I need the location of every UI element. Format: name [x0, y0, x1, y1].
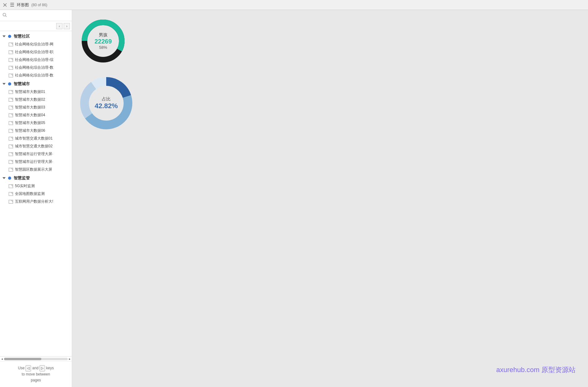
search-bar — [0, 10, 72, 21]
page-icon — [9, 90, 13, 94]
list-item[interactable]: 智慧城市大数据04 — [0, 111, 72, 119]
page-icon — [9, 58, 13, 62]
page-title: 环形图 — [17, 2, 29, 8]
sidebar-tree: 智慧社区 社会网格化综合治理-网 社会网格化综合治理-职 社会网格化综合治理-综… — [0, 31, 72, 356]
page-icon — [9, 184, 13, 188]
donut-chart-1: 男孩 22269 58% — [78, 16, 128, 66]
page-icon — [9, 121, 13, 125]
list-item[interactable]: 社会网格化综合治理-网 — [0, 40, 72, 48]
page-icon — [9, 192, 13, 196]
list-item[interactable]: 5G实时监测 — [0, 182, 72, 190]
svg-line-3 — [6, 16, 7, 17]
footer-text: Use ◁ and ▷ keys to move between pages — [18, 366, 54, 382]
group-header-community[interactable]: 智慧社区 — [0, 32, 72, 40]
item-label: 智慧城市大数据03 — [15, 105, 45, 110]
list-item[interactable]: 城市智慧交通大数据02 — [0, 142, 72, 150]
item-label: 社会网格化综合治理-数 — [15, 73, 53, 78]
list-item[interactable]: 智慧园区数据展示大屏 — [0, 166, 72, 173]
item-label: 智慧城市运行管理大屏· — [15, 151, 53, 157]
page-icon — [9, 152, 13, 156]
main-area: ‹ › 智慧社区 社会网格化综合治理-网 社会网格化综合治理-职 — [0, 10, 588, 387]
list-item[interactable]: 智慧城市运行管理大屏· — [0, 150, 72, 158]
donut-chart-2: 占比 42.82% — [78, 75, 134, 131]
page-icon — [9, 43, 13, 46]
close-icon[interactable] — [2, 2, 7, 7]
search-icon — [2, 13, 7, 18]
list-item[interactable]: 社会网格化综合治理-数 — [0, 64, 72, 71]
item-label: 智慧城市大数据06 — [15, 128, 45, 133]
scroll-left-icon[interactable]: ◂ — [1, 357, 3, 361]
list-item[interactable]: 互联网用户数据分析大! — [0, 198, 72, 205]
page-icon — [9, 137, 13, 141]
page-icon — [9, 168, 13, 172]
page-icon — [9, 145, 13, 148]
list-item[interactable]: 智慧城市大数据01 — [0, 88, 72, 96]
search-input[interactable] — [9, 13, 69, 18]
list-item[interactable]: 社会网格化综合治理-数 — [0, 71, 72, 79]
group-header-city[interactable]: 智慧城市 — [0, 80, 72, 88]
page-icon — [9, 113, 13, 117]
group-label-community: 智慧社区 — [14, 34, 30, 39]
list-item[interactable]: 社会网格化综合治理-职 — [0, 48, 72, 56]
page-icon — [9, 200, 13, 204]
item-label: 社会网格化综合治理-综 — [15, 57, 53, 62]
item-label: 互联网用户数据分析大! — [15, 199, 53, 204]
key-right: ▷ — [39, 365, 45, 371]
nav-prev-button[interactable]: ‹ — [56, 23, 62, 29]
svg-point-10 — [89, 86, 123, 120]
sidebar-nav-buttons: ‹ › — [0, 21, 72, 31]
page-icon — [9, 160, 13, 164]
group-header-monitor[interactable]: 智慧监管 — [0, 174, 72, 182]
item-label: 智慧城市大数据01 — [15, 89, 45, 94]
item-label: 全国地图数据监测 — [15, 191, 45, 196]
group-dot-city — [8, 82, 11, 85]
svg-point-2 — [3, 13, 6, 16]
item-label: 智慧城市大数据04 — [15, 113, 45, 118]
item-label: 5G实时监测 — [15, 183, 35, 189]
tree-group-monitor: 智慧监管 5G实时监测 全国地图数据监测 互联网用户数据分析大! — [0, 174, 72, 205]
sidebar-footer: Use ◁ and ▷ keys to move between pages — [0, 361, 72, 387]
item-label: 社会网格化综合治理-数 — [15, 65, 53, 70]
chart-container: 男孩 22269 58% — [78, 16, 134, 131]
list-item[interactable]: 智慧城市大数据03 — [0, 104, 72, 111]
scroll-track[interactable] — [4, 358, 68, 360]
key-left: ◁ — [25, 365, 31, 371]
scroll-right-icon[interactable]: ▸ — [69, 357, 71, 361]
list-item[interactable]: 社会网格化综合治理-综 — [0, 56, 72, 64]
group-dot-monitor — [8, 177, 11, 180]
list-item[interactable]: 智慧城市运行管理大屏· — [0, 158, 72, 166]
item-label: 智慧城市大数据02 — [15, 97, 45, 102]
item-label: 社会网格化综合治理-网 — [15, 42, 53, 47]
sidebar: ‹ › 智慧社区 社会网格化综合治理-网 社会网格化综合治理-职 — [0, 10, 72, 387]
item-label: 智慧城市大数据05 — [15, 120, 45, 126]
expand-icon-monitor — [2, 177, 6, 179]
page-icon — [9, 74, 13, 77]
item-label: 社会网格化综合治理-职 — [15, 49, 53, 55]
expand-icon-city — [2, 83, 6, 85]
list-item[interactable]: 城市智慧交通大数据01 — [0, 135, 72, 142]
page-icon — [9, 50, 13, 54]
nav-next-button[interactable]: › — [64, 23, 70, 29]
list-item[interactable]: 智慧城市大数据05 — [0, 119, 72, 127]
item-label: 智慧园区数据展示大屏 — [15, 167, 52, 172]
list-item[interactable]: 全国地图数据监测 — [0, 190, 72, 198]
item-label: 智慧城市运行管理大屏· — [15, 159, 53, 164]
group-label-monitor: 智慧监管 — [14, 175, 30, 181]
tree-group-community: 智慧社区 社会网格化综合治理-网 社会网格化综合治理-职 社会网格化综合治理-综… — [0, 32, 72, 79]
page-icon — [9, 129, 13, 133]
item-label: 城市智慧交通大数据02 — [15, 144, 52, 149]
canvas-area: 男孩 22269 58% — [72, 10, 588, 387]
page-count: (80 of 86) — [31, 3, 47, 7]
tree-group-city: 智慧城市 智慧城市大数据01 智慧城市大数据02 智慧城市大数据03 智慧城市大… — [0, 80, 72, 173]
horizontal-scrollbar: ◂ ▸ — [0, 356, 72, 361]
list-item[interactable]: 智慧城市大数据02 — [0, 96, 72, 104]
item-label: 城市智慧交通大数据01 — [15, 136, 52, 141]
scroll-thumb[interactable] — [4, 358, 41, 360]
group-label-city: 智慧城市 — [14, 81, 30, 87]
page-icon — [9, 106, 13, 109]
page-icon — [9, 66, 13, 70]
title-bar: ☰ 环形图 (80 of 86) — [0, 0, 588, 10]
list-item[interactable]: 智慧城市大数据06 — [0, 127, 72, 135]
expand-icon-community — [2, 35, 6, 37]
menu-icon[interactable]: ☰ — [10, 2, 14, 8]
